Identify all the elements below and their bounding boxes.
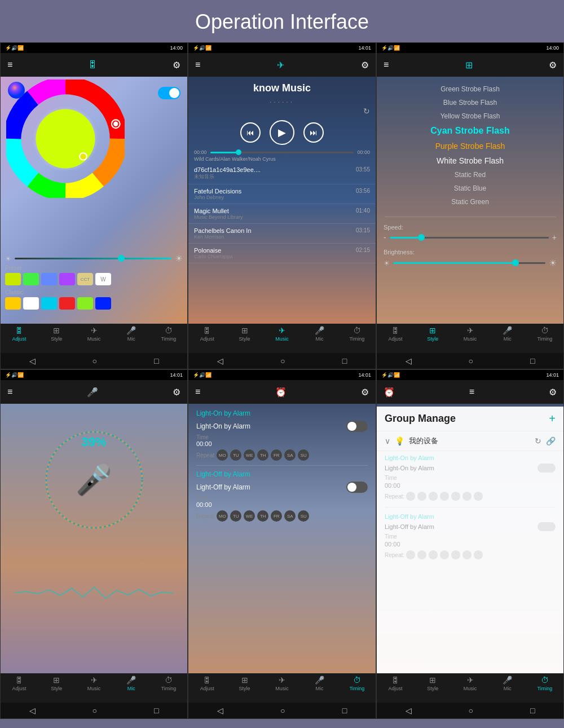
brightness-track-3[interactable] xyxy=(393,262,545,264)
menu-icon-1[interactable]: ≡ xyxy=(7,60,12,70)
tab-music-5[interactable]: ✈ Music xyxy=(263,676,301,700)
classic-swatch-2[interactable] xyxy=(41,297,57,310)
effect-0[interactable]: Green Strobe Flash xyxy=(377,82,563,96)
grid-icon-3[interactable]: ⊞ xyxy=(465,60,473,70)
tab-music-3[interactable]: ✈ Music xyxy=(451,326,488,351)
effect-4[interactable]: Purple Strobe Flash xyxy=(377,139,563,153)
settings-icon-1[interactable]: ⚙ xyxy=(173,60,180,70)
recent-btn-5[interactable]: □ xyxy=(342,706,347,715)
home-btn-1[interactable]: ○ xyxy=(92,356,97,365)
next-btn[interactable]: ⏭ xyxy=(303,122,324,143)
alarm-on-day-sa[interactable]: SA xyxy=(284,449,296,461)
tab-mic-4[interactable]: 🎤 Mic xyxy=(113,676,150,700)
effect-8[interactable]: Static Green xyxy=(377,195,563,209)
settings-icon-5[interactable]: ⚙ xyxy=(361,387,369,398)
tab-adjust-3[interactable]: 🎛 Adjust xyxy=(377,326,414,351)
alarm-off-day-mo[interactable]: MO xyxy=(217,510,228,522)
alarm-off-day-su[interactable]: SU xyxy=(298,510,309,522)
settings-icon-6[interactable]: ⚙ xyxy=(549,387,557,398)
tab-adjust-4[interactable]: 🎛 Adjust xyxy=(1,676,38,700)
classic-swatch-5[interactable] xyxy=(95,297,111,310)
home-btn-3[interactable]: ○ xyxy=(469,356,473,365)
speed-minus[interactable]: - xyxy=(384,233,386,242)
alarm-off-time-value[interactable]: 00:00 xyxy=(196,501,368,508)
back-btn-1[interactable]: ◁ xyxy=(29,356,36,365)
home-btn-2[interactable]: ○ xyxy=(280,356,285,365)
menu-icon-4[interactable]: ≡ xyxy=(7,387,12,397)
preset-swatch-0[interactable] xyxy=(5,273,21,285)
tab-timing-5[interactable]: ⏱ Timing xyxy=(338,676,376,700)
speed-track[interactable] xyxy=(390,237,549,239)
list-icon-6[interactable]: ≡ xyxy=(469,387,474,397)
brightness-track-1[interactable] xyxy=(15,258,171,259)
back-btn-5[interactable]: ◁ xyxy=(217,706,223,715)
alarm-off-day-th[interactable]: TH xyxy=(257,510,268,522)
play-btn[interactable]: ▶ xyxy=(270,120,294,145)
color-orb[interactable] xyxy=(7,81,25,102)
classic-swatch-0[interactable] xyxy=(5,297,21,310)
song-item-4[interactable]: Polonaise Carlo Chiarrappa 02:15 xyxy=(188,244,376,263)
preset-swatch-2[interactable] xyxy=(41,273,57,285)
settings-icon-2[interactable]: ⚙ xyxy=(361,60,369,70)
sliders-icon-1[interactable]: 🎛 xyxy=(88,60,97,70)
tab-music-4[interactable]: ✈ Music xyxy=(75,676,112,700)
alarm-on-day-tu[interactable]: TU xyxy=(230,449,241,461)
tab-timing-4[interactable]: ⏱ Timing xyxy=(150,676,187,700)
preset-swatch-w[interactable]: W xyxy=(95,273,111,285)
song-item-0[interactable]: d76cf1a1c49a13e9ee.... 未知音乐 03:55 xyxy=(188,163,376,184)
preset-swatch-1[interactable] xyxy=(23,273,39,285)
back-btn-4[interactable]: ◁ xyxy=(29,706,36,715)
effect-7[interactable]: Static Blue xyxy=(377,182,563,195)
timing-icon-nav-6[interactable]: ⏰ xyxy=(384,387,395,398)
alarm-off-day-we[interactable]: WE xyxy=(244,510,255,522)
airplane-icon-2[interactable]: ✈ xyxy=(277,60,284,70)
settings-icon-4[interactable]: ⚙ xyxy=(173,387,180,398)
brightness-thumb-1[interactable] xyxy=(118,255,125,262)
preset-swatch-3[interactable] xyxy=(59,273,75,285)
tab-mic-2[interactable]: 🎤 Mic xyxy=(301,326,338,351)
tab-music-2[interactable]: ✈ Music xyxy=(263,326,301,351)
brightness-thumb-3[interactable] xyxy=(512,259,519,266)
home-btn-6[interactable]: ○ xyxy=(469,706,473,715)
back-btn-3[interactable]: ◁ xyxy=(406,356,412,365)
effect-5[interactable]: White Strobe Flash xyxy=(377,153,563,168)
home-btn-5[interactable]: ○ xyxy=(280,706,285,715)
tab-timing-6[interactable]: ⏱ Timing xyxy=(526,676,563,700)
home-btn-4[interactable]: ○ xyxy=(92,706,97,715)
progress-track[interactable] xyxy=(210,152,354,153)
classic-swatch-1[interactable] xyxy=(23,297,39,310)
tab-style-6[interactable]: ⊞ Style xyxy=(414,676,451,700)
tab-style-3[interactable]: ⊞ Style xyxy=(414,326,451,351)
alarm-off-day-fr[interactable]: FR xyxy=(271,510,282,522)
song-item-2[interactable]: Magic Mullet Music Beyond Library 01:40 xyxy=(188,204,376,224)
alarm-on-time-value[interactable]: 00:00 xyxy=(196,440,368,447)
tab-music-1[interactable]: ✈ Music xyxy=(75,326,112,351)
effect-3[interactable]: Cyan Strobe Flash xyxy=(377,123,563,139)
back-btn-6[interactable]: ◁ xyxy=(406,706,412,715)
repeat-icon[interactable]: ↻ xyxy=(363,107,370,116)
recent-btn-1[interactable]: □ xyxy=(154,356,158,365)
alarm-on-day-th[interactable]: TH xyxy=(257,449,268,461)
alarm-on-day-fr[interactable]: FR xyxy=(271,449,282,461)
speed-plus[interactable]: + xyxy=(552,233,557,242)
tab-timing-2[interactable]: ⏱ Timing xyxy=(338,326,376,351)
group-add-button[interactable]: + xyxy=(549,412,556,425)
tab-music-6[interactable]: ✈ Music xyxy=(451,676,488,700)
tab-adjust-1[interactable]: 🎛 Adjust xyxy=(1,326,38,351)
tab-mic-3[interactable]: 🎤 Mic xyxy=(489,326,526,351)
mic-nav-icon-4[interactable]: 🎤 xyxy=(87,387,98,398)
classic-swatch-4[interactable] xyxy=(77,297,93,310)
settings-icon-3[interactable]: ⚙ xyxy=(549,60,557,70)
effect-6[interactable]: Static Red xyxy=(377,168,563,182)
song-item-1[interactable]: Fateful Decisions John Debney 03:56 xyxy=(188,184,376,204)
tab-mic-5[interactable]: 🎤 Mic xyxy=(301,676,338,700)
alarm-on-day-we[interactable]: WE xyxy=(244,449,255,461)
alarm-off-day-sa[interactable]: SA xyxy=(284,510,296,522)
recent-btn-4[interactable]: □ xyxy=(154,706,158,715)
alarm-on-day-su[interactable]: SU xyxy=(298,449,309,461)
classic-swatch-3[interactable] xyxy=(59,297,75,310)
tab-style-2[interactable]: ⊞ Style xyxy=(226,326,263,351)
tab-mic-6[interactable]: 🎤 Mic xyxy=(489,676,526,700)
recent-btn-3[interactable]: □ xyxy=(530,356,535,365)
menu-icon-5[interactable]: ≡ xyxy=(195,387,200,397)
